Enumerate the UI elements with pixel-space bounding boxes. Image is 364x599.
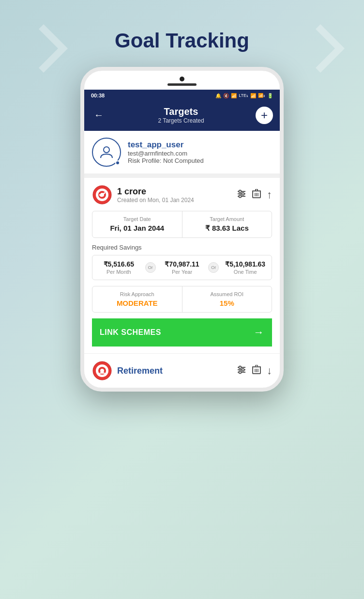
or-divider-1: Or (145, 262, 156, 273)
svg-point-8 (239, 190, 242, 192)
svg-marker-1 (316, 24, 345, 73)
wifi-icon: 📶 (231, 93, 237, 98)
user-avatar-icon (99, 144, 114, 160)
retirement-collapse-icon[interactable]: ↓ (267, 364, 272, 377)
savings-per-year-amount: ₹70,987.11 (160, 260, 205, 268)
risk-approach-value: MODERATE (97, 299, 177, 307)
target-created-date: Created on Mon, 01 Jan 2024 (117, 197, 194, 204)
svg-point-31 (239, 371, 242, 373)
assumed-roi-value: 15% (187, 299, 267, 307)
svg-point-29 (242, 368, 244, 371)
retirement-name-block: Retirement (117, 366, 163, 376)
retirement-delete-icon[interactable] (252, 365, 261, 377)
target-card-2: Retirement (84, 353, 280, 388)
svg-point-2 (104, 147, 109, 153)
target-date-value: Fri, 01 Jan 2044 (98, 224, 176, 232)
risk-approach-box: Risk Approach MODERATE (92, 286, 182, 312)
page-title: Goal Tracking (115, 29, 249, 52)
separator-1 (84, 174, 280, 178)
assumed-roi-label: Assumed ROI (187, 291, 267, 297)
required-savings-label: Required Savings (92, 244, 272, 251)
savings-one-time-amount: ₹5,10,981.63 (223, 260, 268, 268)
user-risk-profile: Risk Profile: Not Computed (128, 157, 204, 164)
phone-camera (180, 77, 184, 81)
content-area: test_app_user test@armfintech.com Risk P… (84, 131, 280, 388)
savings-row: ₹5,516.65 Per Month Or ₹70,987.11 Per Ye… (92, 255, 272, 280)
target-header: 1 crore Created on Mon, 01 Jan 2024 (92, 185, 272, 205)
nav-bar: ← Targets 2 Targets Created + (84, 101, 280, 131)
add-target-button[interactable]: + (256, 107, 273, 124)
bg-arrow-right (291, 19, 349, 78)
savings-per-year-label: Per Year (160, 269, 205, 275)
retirement-actions: ↓ (237, 364, 272, 377)
target-card-1: 1 crore Created on Mon, 01 Jan 2024 (84, 178, 280, 353)
phone-frame: 00:38 🔔 🔇 📶 LTE₁ 📶 📶₂ 🔋 ← Targets 2 Targ… (80, 67, 284, 392)
target-expand-icon[interactable]: ↑ (267, 189, 272, 201)
user-email: test@armfintech.com (128, 150, 204, 157)
savings-per-month-box: ₹5,516.65 Per Month (92, 255, 145, 280)
user-card: test_app_user test@armfintech.com Risk P… (84, 131, 280, 174)
retirement-name: Retirement (117, 366, 163, 376)
link-schemes-button[interactable]: LINK SCHEMES → (92, 318, 272, 347)
svg-point-10 (242, 192, 244, 195)
savings-one-time-label: One Time (223, 269, 268, 275)
retirement-goal-icon (92, 361, 112, 381)
nav-title-block: Targets 2 Targets Created (106, 106, 256, 124)
risk-approach-label: Risk Approach (97, 291, 177, 297)
or-divider-2: Or (208, 262, 219, 273)
alarm-icon: 🔔 (215, 93, 221, 98)
signal1-icon: 📶 (250, 93, 256, 98)
risk-roi-row: Risk Approach MODERATE Assumed ROI 15% (92, 286, 272, 313)
target-date-box: Target Date Fri, 01 Jan 2044 (92, 211, 182, 237)
svg-point-27 (239, 366, 242, 368)
svg-point-12 (239, 195, 242, 197)
status-bar: 00:38 🔔 🔇 📶 LTE₁ 📶 📶₂ 🔋 (84, 90, 280, 101)
svg-marker-0 (39, 24, 68, 73)
phone-speaker (167, 83, 197, 86)
lte1-icon: LTE₁ (239, 93, 248, 98)
link-schemes-arrow-icon: → (254, 326, 265, 339)
user-info: test_app_user test@armfintech.com Risk P… (128, 140, 204, 164)
savings-per-month-label: Per Month (96, 269, 141, 275)
retirement-settings-icon[interactable] (237, 365, 246, 377)
target-settings-icon[interactable] (237, 189, 246, 201)
avatar-dot (115, 160, 120, 165)
battery-icon: 🔋 (267, 93, 273, 98)
nav-title: Targets (106, 106, 256, 117)
avatar-container (92, 138, 121, 167)
svg-rect-18 (256, 189, 258, 191)
lte2-icon: 📶₂ (258, 93, 265, 98)
savings-per-year-box: ₹70,987.11 Per Year (156, 255, 209, 280)
target-actions: ↑ (237, 189, 272, 201)
link-schemes-label: LINK SCHEMES (100, 328, 161, 337)
target-delete-icon[interactable] (252, 189, 261, 201)
nav-subtitle: 2 Targets Created (106, 117, 256, 124)
status-time: 00:38 (91, 93, 105, 98)
user-name: test_app_user (128, 140, 204, 150)
target-left: 1 crore Created on Mon, 01 Jan 2024 (92, 185, 194, 205)
phone-notch (84, 71, 280, 90)
bg-arrow-left (15, 19, 73, 78)
target-amount-value: ₹ 83.63 Lacs (188, 224, 266, 233)
target-date-label: Target Date (98, 216, 176, 222)
back-button[interactable]: ← (91, 108, 106, 123)
target-info-row: Target Date Fri, 01 Jan 2044 Target Amou… (92, 211, 272, 238)
assumed-roi-box: Assumed ROI 15% (182, 286, 272, 312)
retirement-left: Retirement (92, 361, 163, 381)
target-goal-icon (92, 185, 112, 205)
savings-per-month-amount: ₹5,516.65 (96, 260, 141, 268)
target-amount-label: Target Amount (188, 216, 266, 222)
target-amount-box: Target Amount ₹ 83.63 Lacs (182, 211, 272, 237)
savings-one-time-box: ₹5,10,981.63 One Time (219, 255, 272, 280)
status-icons: 🔔 🔇 📶 LTE₁ 📶 📶₂ 🔋 (215, 93, 273, 98)
svg-rect-34 (256, 365, 258, 367)
target-name-block: 1 crore Created on Mon, 01 Jan 2024 (117, 187, 194, 204)
mute-icon: 🔇 (223, 93, 229, 98)
target-name: 1 crore (117, 187, 194, 197)
